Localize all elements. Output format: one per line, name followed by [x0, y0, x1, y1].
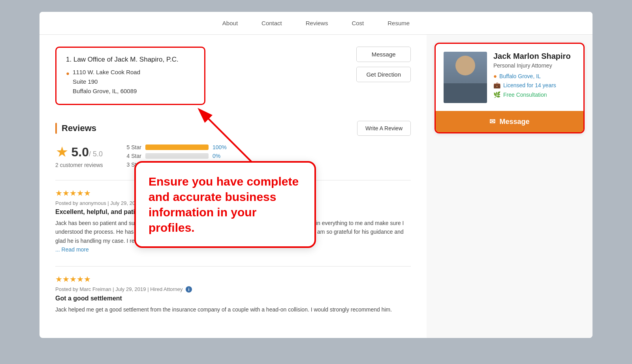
reviews-border-accent	[55, 123, 57, 134]
profile-info: Jack Marlon Shapiro Personal Injury Atto…	[493, 52, 576, 101]
score-number: 5.0/ 5.0	[71, 145, 103, 159]
customer-reviews-count: 2 customer reviews	[55, 162, 103, 168]
address-suite: Suite 190	[73, 77, 140, 86]
avatar-face	[444, 52, 487, 103]
address-location-icon: ●	[66, 69, 70, 78]
review-headline-2: Got a good settlement	[55, 295, 411, 302]
profile-consultation-text: Free Consultation	[503, 92, 547, 98]
profile-message-label: Message	[499, 118, 529, 126]
sidebar: Jack Marlon Shapiro Personal Injury Atto…	[427, 35, 592, 338]
message-button[interactable]: Message	[356, 47, 411, 62]
review-item-2: ★★★★★ Posted by Marc Freiman | July 29, …	[55, 274, 411, 314]
read-more-link-1[interactable]: ... Read more	[55, 246, 89, 253]
tab-reviews[interactable]: Reviews	[306, 18, 328, 28]
bar-container-4star	[145, 153, 209, 159]
briefcase-icon: 💼	[493, 82, 501, 89]
get-direction-button[interactable]: Get Direction	[356, 67, 411, 82]
review-stars-2: ★★★★★	[55, 274, 411, 284]
callout-box: Ensure you have complete and accurate bu…	[134, 161, 316, 248]
profile-consultation: 🌿 Free Consultation	[493, 91, 576, 98]
address-city: Buffalo Grove, IL, 60089	[73, 86, 140, 96]
address-street: 1110 W. Lake Cook Road	[73, 68, 140, 77]
main-container: About Contact Reviews Cost Resume 1. Law…	[40, 12, 592, 338]
reviews-header: Reviews Write A Review	[55, 121, 411, 136]
envelope-icon: ✉	[489, 117, 495, 126]
callout-text: Ensure you have complete and accurate bu…	[149, 174, 302, 235]
reviews-heading: Reviews	[62, 123, 96, 133]
leaf-icon: 🌿	[493, 91, 501, 98]
info-icon: i	[186, 286, 192, 293]
action-buttons: Message Get Direction	[356, 47, 411, 82]
rating-score-row: ★ 5.0/ 5.0	[56, 144, 103, 160]
tab-contact[interactable]: Contact	[261, 18, 282, 28]
profile-licensed-text: Licensed for 14 years	[503, 82, 556, 88]
bar-label-5star: 5 Star	[127, 144, 141, 150]
profile-licensed: 💼 Licensed for 14 years	[493, 82, 576, 89]
review-meta-2: Posted by Marc Freiman | July 29, 2019 |…	[55, 286, 411, 293]
address-line: ● 1110 W. Lake Cook Road Suite 190 Buffa…	[66, 68, 195, 96]
divider-2	[55, 266, 411, 266]
profile-title: Personal Injury Attorney	[493, 62, 576, 69]
rating-score-block: ★ 5.0/ 5.0 2 customer reviews	[55, 144, 103, 168]
profile-name: Jack Marlon Shapiro	[493, 52, 576, 61]
address-number: 1.	[66, 56, 71, 63]
bar-row-5star: 5 Star 100%	[127, 144, 227, 150]
tab-resume[interactable]: Resume	[387, 18, 410, 28]
address-title: 1. Law Office of Jack M. Shapiro, P.C.	[66, 56, 195, 64]
profile-location: ● Buffalo Grove, IL	[493, 73, 576, 79]
profile-location-link[interactable]: Buffalo Grove, IL	[499, 73, 541, 79]
avatar	[444, 52, 487, 103]
address-text: 1110 W. Lake Cook Road Suite 190 Buffalo…	[73, 68, 140, 96]
reviews-title-group: Reviews	[55, 123, 96, 134]
address-box: 1. Law Office of Jack M. Shapiro, P.C. ●…	[55, 47, 205, 105]
bar-pct-4star: 0%	[213, 153, 227, 159]
write-review-button[interactable]: Write A Review	[357, 121, 411, 136]
tab-about[interactable]: About	[222, 18, 238, 28]
review-body-2: Jack helped me get a good settlement fro…	[55, 305, 411, 314]
nav-tabs: About Contact Reviews Cost Resume	[40, 12, 592, 35]
bar-container-5star	[145, 144, 209, 150]
profile-card: Jack Marlon Shapiro Personal Injury Atto…	[434, 43, 585, 133]
star-icon-large: ★	[56, 144, 68, 160]
bar-label-4star: 4 Star	[127, 153, 141, 159]
profile-message-button[interactable]: ✉ Message	[436, 111, 583, 132]
address-firm-name: Law Office of Jack M. Shapiro, P.C.	[73, 56, 179, 63]
location-icon: ●	[493, 73, 497, 79]
bar-fill-5star	[145, 144, 209, 150]
content-area: 1. Law Office of Jack M. Shapiro, P.C. ●…	[40, 35, 592, 338]
profile-card-top: Jack Marlon Shapiro Personal Injury Atto…	[436, 44, 583, 111]
main-content: 1. Law Office of Jack M. Shapiro, P.C. ●…	[40, 35, 427, 338]
bar-row-4star: 4 Star 0%	[127, 153, 227, 159]
bar-pct-5star: 100%	[213, 144, 227, 150]
tab-cost[interactable]: Cost	[352, 18, 364, 28]
